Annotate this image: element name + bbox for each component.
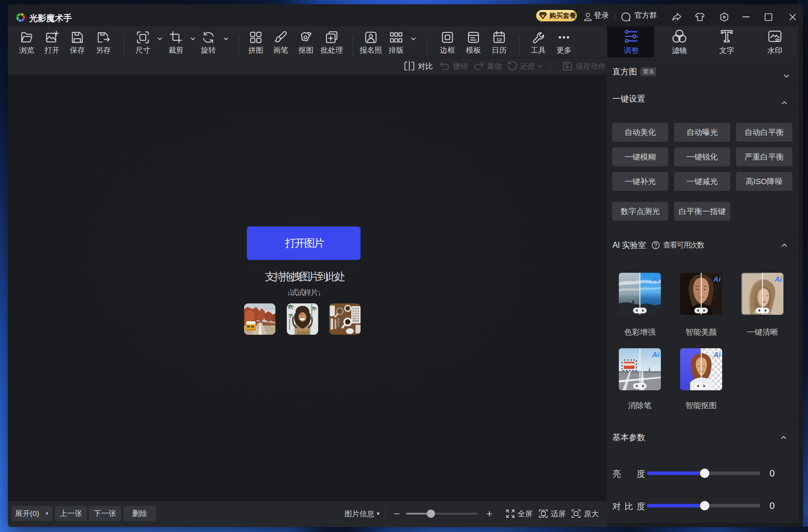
svg-text:Ai: Ai [713,350,721,359]
svg-text:Ai: Ai [774,275,782,283]
svg-text:Ai: Ai [652,275,660,283]
svg-text:Ai: Ai [713,275,721,283]
svg-text:12: 12 [497,37,502,42]
svg-text:Ai: Ai [652,350,660,359]
